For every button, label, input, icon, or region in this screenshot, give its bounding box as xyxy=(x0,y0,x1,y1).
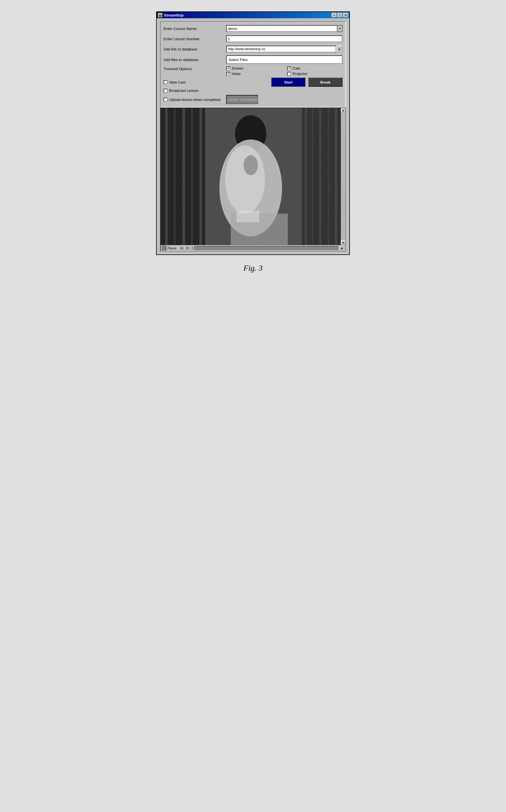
status-nav-button[interactable]: ▶ xyxy=(340,246,344,251)
camera-statusbar: Pause 10 23 3 ▶ xyxy=(161,245,345,251)
link-input[interactable] xyxy=(226,46,336,53)
camera-canvas xyxy=(161,108,341,245)
scroll-up-button[interactable]: ▲ xyxy=(341,108,346,113)
add-files-row: Add files to database: Select Files xyxy=(164,55,342,64)
voice-option: Voice xyxy=(226,72,281,76)
course-name-row: Enter Course Name: ▼ xyxy=(164,24,342,32)
window-title: StreamItUp xyxy=(164,13,183,17)
upload-left: Upload lesson when completed xyxy=(164,97,226,102)
svg-rect-22 xyxy=(161,108,341,245)
upload-label: Upload lesson when completed xyxy=(169,97,221,102)
voice-checkbox[interactable] xyxy=(226,72,230,76)
camera-status-pause: Pause xyxy=(168,247,176,250)
projector-label: Projector xyxy=(292,72,308,76)
add-files-control: Select Files xyxy=(226,55,342,64)
broadcast-row: Broadcast Lesson xyxy=(164,88,342,93)
camera-scroll: ▲ ▼ xyxy=(161,108,345,245)
scroll-down-button[interactable]: ▼ xyxy=(341,241,346,245)
figure-caption: Fig. 3 xyxy=(244,264,263,273)
broadcast-label: Broadcast Lesson xyxy=(169,88,198,93)
upload-checkbox[interactable] xyxy=(164,97,168,102)
cam-label: Cam xyxy=(292,66,300,70)
select-files-label: Select Files xyxy=(229,58,248,62)
lesson-number-input[interactable] xyxy=(226,36,342,42)
cam-checkbox[interactable] xyxy=(287,66,291,70)
status-numbers: 10 23 3 xyxy=(180,247,193,250)
course-name-select-wrapper: ▼ xyxy=(226,25,342,32)
start-label: Start xyxy=(284,80,292,84)
cam-option: Cam xyxy=(287,66,342,70)
camera-main xyxy=(161,108,341,245)
lesson-number-label: Enter Lesson Number: xyxy=(164,37,226,41)
minimize-button[interactable]: − xyxy=(332,13,337,17)
screen-option: Screen xyxy=(226,66,281,70)
course-name-control: ▼ xyxy=(226,25,342,32)
add-link-button[interactable]: + xyxy=(336,46,342,53)
select-files-button[interactable]: Select Files xyxy=(226,55,342,64)
add-link-control: + xyxy=(226,46,342,53)
transmit-options-grid: Screen Cam Voice Projector xyxy=(226,66,342,76)
broadcast-left: Broadcast Lesson xyxy=(164,88,226,93)
projector-checkbox[interactable] xyxy=(287,72,291,76)
lesson-number-control xyxy=(226,36,342,42)
lesson-completed-button[interactable]: Lesson Completed xyxy=(226,95,258,104)
transmit-row: Transmit Options: Screen Cam Voice xyxy=(164,66,342,76)
screen-label: Screen xyxy=(232,66,243,70)
scroll-track[interactable] xyxy=(341,113,345,241)
app-icon: 🎬 xyxy=(158,13,162,17)
status-num3: 3 xyxy=(191,247,193,250)
title-bar: 🎬 StreamItUp − □ × xyxy=(157,12,349,18)
screen-checkbox[interactable] xyxy=(226,66,230,70)
course-name-label: Enter Course Name: xyxy=(164,26,226,31)
view-cam-left: View Cam xyxy=(164,80,226,84)
view-cam-label: View Cam xyxy=(169,80,186,84)
transmit-label: Transmit Options: xyxy=(164,66,226,71)
camera-scrollbar: ▲ ▼ xyxy=(341,108,345,245)
status-num2: 23 xyxy=(185,247,189,250)
status-num1: 10 xyxy=(180,247,183,250)
start-break-buttons: Start Break xyxy=(226,78,342,87)
maximize-button[interactable]: □ xyxy=(337,13,342,17)
start-button[interactable]: Start xyxy=(271,78,306,87)
upload-row: Upload lesson when completed Lesson Comp… xyxy=(164,95,342,104)
camera-preview: ▲ ▼ Pause 10 23 3 ▶ xyxy=(160,108,346,252)
add-link-label: Add link to database: xyxy=(164,47,226,51)
form-area: Enter Course Name: ▼ Enter Lesson Number… xyxy=(160,21,346,108)
projector-option: Projector xyxy=(287,72,342,76)
lesson-completed-label: Lesson Completed xyxy=(227,97,258,102)
status-fill-bar xyxy=(194,246,338,250)
window-content: Enter Course Name: ▼ Enter Lesson Number… xyxy=(157,18,349,254)
course-name-input[interactable] xyxy=(226,25,337,32)
add-link-row: Add link to database: + xyxy=(164,45,342,53)
broadcast-checkbox[interactable] xyxy=(164,89,168,93)
main-window: 🎬 StreamItUp − □ × Enter Course Name: ▼ xyxy=(156,11,350,255)
add-files-label: Add files to database: xyxy=(164,58,226,62)
view-cam-checkbox[interactable] xyxy=(164,80,168,84)
title-buttons: − □ × xyxy=(332,13,348,17)
lesson-number-row: Enter Lesson Number: xyxy=(164,35,342,43)
close-button[interactable]: × xyxy=(343,13,348,17)
break-button[interactable]: Break xyxy=(308,78,342,87)
lesson-completed-area: Lesson Completed xyxy=(226,95,342,104)
voice-label: Voice xyxy=(232,72,241,76)
status-icon xyxy=(162,246,166,251)
title-bar-left: 🎬 StreamItUp xyxy=(158,13,183,17)
camera-scene-svg xyxy=(161,108,341,245)
course-name-dropdown-arrow[interactable]: ▼ xyxy=(337,25,342,32)
break-label: Break xyxy=(320,80,331,84)
link-row: + xyxy=(226,46,342,53)
